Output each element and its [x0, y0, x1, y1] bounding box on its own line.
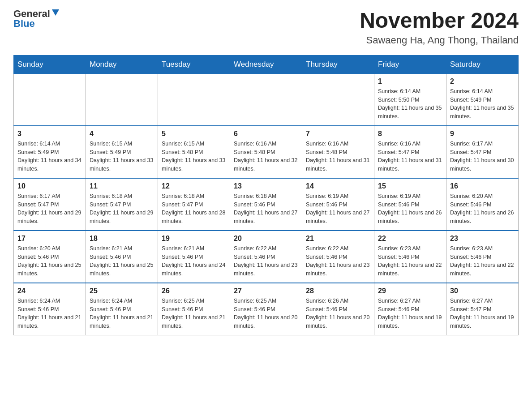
day-info: Sunrise: 6:25 AMSunset: 5:46 PMDaylight:… — [162, 297, 226, 330]
calendar-day-header: Sunday — [14, 55, 86, 73]
day-info: Sunrise: 6:19 AMSunset: 5:46 PMDaylight:… — [378, 192, 442, 226]
calendar-day-cell: 27Sunrise: 6:25 AMSunset: 5:46 PMDayligh… — [230, 283, 302, 335]
calendar-day-cell — [230, 73, 302, 126]
day-info: Sunrise: 6:17 AMSunset: 5:47 PMDaylight:… — [17, 192, 82, 226]
calendar-day-cell: 3Sunrise: 6:14 AMSunset: 5:49 PMDaylight… — [14, 126, 86, 178]
day-info: Sunrise: 6:19 AMSunset: 5:46 PMDaylight:… — [306, 192, 370, 226]
calendar-day-cell: 10Sunrise: 6:17 AMSunset: 5:47 PMDayligh… — [14, 178, 86, 231]
calendar-day-header: Friday — [374, 55, 446, 73]
day-number: 21 — [306, 235, 370, 243]
day-info: Sunrise: 6:14 AMSunset: 5:49 PMDaylight:… — [450, 87, 515, 121]
logo-general-text: General — [13, 9, 50, 19]
calendar-day-cell: 24Sunrise: 6:24 AMSunset: 5:46 PMDayligh… — [14, 283, 86, 335]
day-number: 9 — [450, 130, 515, 138]
day-info: Sunrise: 6:20 AMSunset: 5:46 PMDaylight:… — [450, 192, 515, 226]
calendar-day-cell: 1Sunrise: 6:14 AMSunset: 5:50 PMDaylight… — [374, 73, 446, 126]
day-info: Sunrise: 6:14 AMSunset: 5:49 PMDaylight:… — [17, 140, 82, 173]
logo: General Blue — [13, 9, 59, 29]
day-number: 15 — [378, 182, 442, 190]
day-number: 8 — [378, 130, 442, 138]
calendar-day-cell: 28Sunrise: 6:26 AMSunset: 5:46 PMDayligh… — [302, 283, 374, 335]
day-number: 29 — [378, 287, 442, 295]
calendar-day-cell — [14, 73, 86, 126]
calendar-day-cell: 6Sunrise: 6:16 AMSunset: 5:48 PMDaylight… — [230, 126, 302, 178]
day-number: 26 — [162, 287, 226, 295]
calendar-week-row: 17Sunrise: 6:20 AMSunset: 5:46 PMDayligh… — [14, 231, 519, 283]
calendar-day-cell: 8Sunrise: 6:16 AMSunset: 5:47 PMDaylight… — [374, 126, 446, 178]
day-info: Sunrise: 6:20 AMSunset: 5:46 PMDaylight:… — [17, 244, 82, 278]
calendar-day-cell: 18Sunrise: 6:21 AMSunset: 5:46 PMDayligh… — [86, 231, 158, 283]
calendar-day-header: Saturday — [446, 55, 519, 73]
calendar-day-cell: 26Sunrise: 6:25 AMSunset: 5:46 PMDayligh… — [158, 283, 230, 335]
day-number: 27 — [234, 287, 298, 295]
day-number: 3 — [17, 130, 82, 138]
day-info: Sunrise: 6:15 AMSunset: 5:48 PMDaylight:… — [162, 140, 226, 173]
calendar-day-cell: 14Sunrise: 6:19 AMSunset: 5:46 PMDayligh… — [302, 178, 374, 231]
day-info: Sunrise: 6:26 AMSunset: 5:46 PMDaylight:… — [306, 297, 370, 330]
day-number: 11 — [90, 182, 154, 190]
logo-blue-text: Blue — [13, 19, 35, 29]
page-header: General Blue November 2024 Sawaeng Ha, A… — [13, 9, 519, 46]
calendar-day-cell: 4Sunrise: 6:15 AMSunset: 5:49 PMDaylight… — [86, 126, 158, 178]
calendar-day-cell: 17Sunrise: 6:20 AMSunset: 5:46 PMDayligh… — [14, 231, 86, 283]
calendar-day-cell — [86, 73, 158, 126]
calendar-day-cell: 7Sunrise: 6:16 AMSunset: 5:48 PMDaylight… — [302, 126, 374, 178]
calendar-week-row: 24Sunrise: 6:24 AMSunset: 5:46 PMDayligh… — [14, 283, 519, 335]
day-info: Sunrise: 6:23 AMSunset: 5:46 PMDaylight:… — [450, 244, 515, 278]
calendar-day-cell: 19Sunrise: 6:21 AMSunset: 5:46 PMDayligh… — [158, 231, 230, 283]
day-number: 6 — [234, 130, 298, 138]
day-info: Sunrise: 6:18 AMSunset: 5:47 PMDaylight:… — [162, 192, 226, 226]
logo-triangle-icon — [52, 9, 59, 16]
calendar-week-row: 1Sunrise: 6:14 AMSunset: 5:50 PMDaylight… — [14, 73, 519, 126]
day-info: Sunrise: 6:21 AMSunset: 5:46 PMDaylight:… — [162, 244, 226, 278]
day-info: Sunrise: 6:18 AMSunset: 5:46 PMDaylight:… — [234, 192, 298, 226]
day-info: Sunrise: 6:16 AMSunset: 5:48 PMDaylight:… — [234, 140, 298, 173]
calendar-week-row: 10Sunrise: 6:17 AMSunset: 5:47 PMDayligh… — [14, 178, 519, 231]
day-info: Sunrise: 6:15 AMSunset: 5:49 PMDaylight:… — [90, 140, 154, 173]
day-info: Sunrise: 6:17 AMSunset: 5:47 PMDaylight:… — [450, 140, 515, 173]
day-number: 22 — [378, 235, 442, 243]
calendar-day-cell: 16Sunrise: 6:20 AMSunset: 5:46 PMDayligh… — [446, 178, 519, 231]
calendar-day-cell: 20Sunrise: 6:22 AMSunset: 5:46 PMDayligh… — [230, 231, 302, 283]
calendar-day-cell: 9Sunrise: 6:17 AMSunset: 5:47 PMDaylight… — [446, 126, 519, 178]
calendar-day-cell: 29Sunrise: 6:27 AMSunset: 5:46 PMDayligh… — [374, 283, 446, 335]
calendar-day-cell: 2Sunrise: 6:14 AMSunset: 5:49 PMDaylight… — [446, 73, 519, 126]
calendar-day-header: Tuesday — [158, 55, 230, 73]
day-info: Sunrise: 6:27 AMSunset: 5:47 PMDaylight:… — [450, 297, 515, 330]
calendar-day-cell: 15Sunrise: 6:19 AMSunset: 5:46 PMDayligh… — [374, 178, 446, 231]
day-number: 4 — [90, 130, 154, 138]
month-title: November 2024 — [360, 9, 519, 33]
day-info: Sunrise: 6:23 AMSunset: 5:46 PMDaylight:… — [378, 244, 442, 278]
calendar-day-cell: 13Sunrise: 6:18 AMSunset: 5:46 PMDayligh… — [230, 178, 302, 231]
day-number: 14 — [306, 182, 370, 190]
calendar-day-cell: 25Sunrise: 6:24 AMSunset: 5:46 PMDayligh… — [86, 283, 158, 335]
title-area: November 2024 Sawaeng Ha, Ang Thong, Tha… — [360, 9, 519, 46]
calendar-table: SundayMondayTuesdayWednesdayThursdayFrid… — [13, 55, 519, 335]
calendar-day-cell — [158, 73, 230, 126]
calendar-day-cell: 21Sunrise: 6:22 AMSunset: 5:46 PMDayligh… — [302, 231, 374, 283]
day-number: 23 — [450, 235, 515, 243]
day-info: Sunrise: 6:22 AMSunset: 5:46 PMDaylight:… — [306, 244, 370, 278]
day-number: 19 — [162, 235, 226, 243]
day-number: 24 — [17, 287, 82, 295]
calendar-day-header: Wednesday — [230, 55, 302, 73]
calendar-day-cell: 11Sunrise: 6:18 AMSunset: 5:47 PMDayligh… — [86, 178, 158, 231]
calendar-week-row: 3Sunrise: 6:14 AMSunset: 5:49 PMDaylight… — [14, 126, 519, 178]
day-info: Sunrise: 6:18 AMSunset: 5:47 PMDaylight:… — [90, 192, 154, 226]
calendar-day-cell: 12Sunrise: 6:18 AMSunset: 5:47 PMDayligh… — [158, 178, 230, 231]
calendar-day-header: Monday — [86, 55, 158, 73]
day-info: Sunrise: 6:24 AMSunset: 5:46 PMDaylight:… — [17, 297, 82, 330]
day-info: Sunrise: 6:16 AMSunset: 5:48 PMDaylight:… — [306, 140, 370, 173]
calendar-day-header: Thursday — [302, 55, 374, 73]
day-number: 13 — [234, 182, 298, 190]
day-info: Sunrise: 6:21 AMSunset: 5:46 PMDaylight:… — [90, 244, 154, 278]
calendar-header-row: SundayMondayTuesdayWednesdayThursdayFrid… — [14, 55, 519, 73]
day-number: 25 — [90, 287, 154, 295]
calendar-day-cell: 30Sunrise: 6:27 AMSunset: 5:47 PMDayligh… — [446, 283, 519, 335]
day-number: 10 — [17, 182, 82, 190]
day-info: Sunrise: 6:27 AMSunset: 5:46 PMDaylight:… — [378, 297, 442, 330]
day-number: 20 — [234, 235, 298, 243]
day-info: Sunrise: 6:22 AMSunset: 5:46 PMDaylight:… — [234, 244, 298, 278]
day-info: Sunrise: 6:16 AMSunset: 5:47 PMDaylight:… — [378, 140, 442, 173]
location-text: Sawaeng Ha, Ang Thong, Thailand — [360, 34, 519, 46]
